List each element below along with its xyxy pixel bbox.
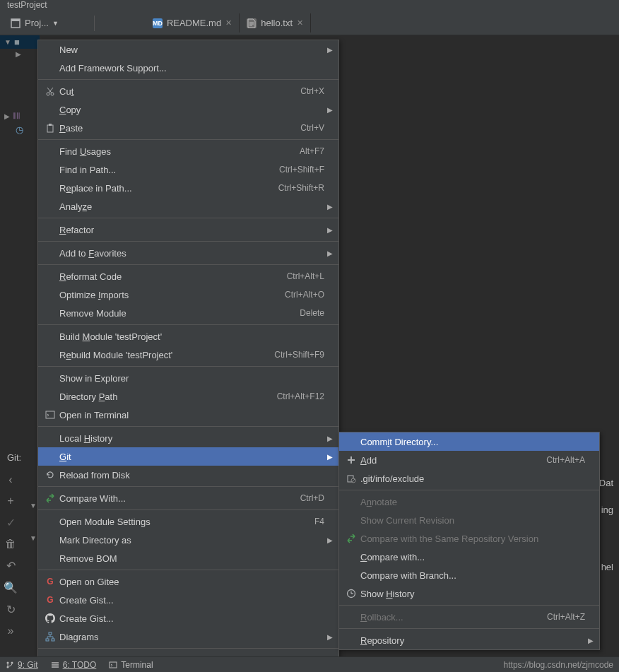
shortcut-label: Ctrl+Shift+F9 xyxy=(274,350,324,360)
diagram-icon xyxy=(44,631,57,642)
terminal-icon xyxy=(44,409,57,420)
search-icon[interactable]: 🔍 xyxy=(4,581,18,594)
menu-separator xyxy=(339,605,599,606)
shortcut-label: Delete xyxy=(300,308,324,318)
watermark-url: https://blog.csdn.net/zjmcode xyxy=(504,660,613,670)
submenu-arrow-icon: ▶ xyxy=(327,435,333,442)
project-dropdown[interactable]: Proj... ▼ xyxy=(4,16,64,31)
menu-separator xyxy=(38,366,338,367)
menu-item-add-to-favorites[interactable]: Add to Favorites▶ xyxy=(38,244,338,262)
menu-item-cut[interactable]: CutCtrl+X xyxy=(38,82,338,100)
menu-separator xyxy=(38,139,338,140)
menu-item-new[interactable]: New▶ xyxy=(38,40,338,59)
menu-item-find-usages[interactable]: Find UsagesAlt+F7 xyxy=(38,142,338,160)
menu-item-add[interactable]: AddCtrl+Alt+A xyxy=(339,451,599,469)
menu-item-remove-module[interactable]: Remove ModuleDelete xyxy=(38,304,338,322)
menu-item-add-framework-support[interactable]: Add Framework Support... xyxy=(38,59,338,77)
status-git[interactable]: 9: Git xyxy=(6,660,38,670)
collapse-arrow-icon[interactable]: ▼ xyxy=(30,534,37,542)
more-icon[interactable]: » xyxy=(8,625,14,637)
compare-icon xyxy=(44,493,57,504)
menu-item-label: Rollback... xyxy=(360,612,547,623)
menu-item-commit-directory[interactable]: Commit Directory... xyxy=(339,432,599,451)
text-file-icon xyxy=(247,18,257,28)
menu-item-open-in-terminal[interactable]: Open in Terminal xyxy=(38,406,338,424)
submenu-arrow-icon: ▶ xyxy=(327,226,333,234)
menu-item-mark-directory-as[interactable]: Mark Directory as▶ xyxy=(38,531,338,549)
context-menu: New▶Add Framework Support...CutCtrl+XCop… xyxy=(37,40,339,670)
menu-item-compare-with-branch[interactable]: Compare with Branch... xyxy=(339,566,599,584)
menu-item-open-module-settings[interactable]: Open Module SettingsF4 xyxy=(38,512,338,531)
menu-item-diagrams[interactable]: Diagrams▶ xyxy=(38,627,338,646)
title-bar: testProject xyxy=(0,0,619,11)
menu-item-repository[interactable]: Repository▶ xyxy=(339,631,599,649)
close-icon[interactable]: ✕ xyxy=(225,18,232,28)
left-gutter: ‹ + ✓ 🗑 ↶ 🔍 ↻ » xyxy=(4,473,18,637)
menu-item-open-on-gitee[interactable]: GOpen on Gitee xyxy=(38,572,338,591)
menu-item-local-history[interactable]: Local History▶ xyxy=(38,429,338,447)
git-panel-label: Git: xyxy=(7,452,21,463)
collapse-arrow-icon[interactable]: ▼ xyxy=(30,502,37,509)
menu-item-git-info-exclude[interactable]: .git/info/exclude xyxy=(339,469,599,488)
target-icon[interactable] xyxy=(66,18,77,29)
menu-item-label: Open in Terminal xyxy=(59,410,324,420)
menu-item-find-in-path[interactable]: Find in Path...Ctrl+Shift+F xyxy=(38,160,338,179)
menu-item-show-in-explorer[interactable]: Show in Explorer xyxy=(38,369,338,387)
refresh-icon[interactable]: ↻ xyxy=(6,603,16,616)
menu-item-create-gist[interactable]: Create Gist... xyxy=(38,609,338,627)
shortcut-label: Alt+F7 xyxy=(300,146,324,156)
svg-point-50 xyxy=(11,661,13,664)
tree-root[interactable]: ▼ ■ xyxy=(0,35,40,49)
menu-item-refactor[interactable]: Refactor▶ xyxy=(38,220,338,239)
tree-item[interactable]: ◷ xyxy=(0,123,40,136)
menu-item-label: Reload from Disk xyxy=(59,470,324,481)
chevron-left-icon[interactable]: ‹ xyxy=(8,473,12,486)
tree-item[interactable]: ▶ ⦀⦀ xyxy=(0,109,40,123)
menu-item-compare-with[interactable]: Compare with... xyxy=(339,548,599,566)
shortcut-label: Ctrl+Alt+O xyxy=(285,290,324,300)
menu-item-show-current-revision: Show Current Revision xyxy=(339,511,599,529)
expand-icon: ▶ xyxy=(16,50,21,58)
menu-item-label: Compare with the Same Repository Version xyxy=(360,534,585,544)
tab-hello[interactable]: hello.txt ✕ xyxy=(240,13,311,33)
menu-item-replace-in-path[interactable]: Replace in Path...Ctrl+Shift+R xyxy=(38,179,338,197)
status-terminal[interactable]: Terminal xyxy=(109,660,153,670)
menu-item-analyze[interactable]: Analyze▶ xyxy=(38,197,338,216)
menu-item-label: Open Module Settings xyxy=(59,517,314,527)
minimize-icon[interactable] xyxy=(112,18,123,29)
close-icon[interactable]: ✕ xyxy=(297,18,303,28)
menu-item-remove-bom[interactable]: Remove BOM xyxy=(38,549,338,567)
trash-icon[interactable]: 🗑 xyxy=(5,538,16,550)
svg-rect-32 xyxy=(49,632,52,635)
menu-item-create-gist[interactable]: GCreate Gist... xyxy=(38,591,338,609)
menu-item-optimize-imports[interactable]: Optimize ImportsCtrl+Alt+O xyxy=(38,285,338,304)
collapse-icon[interactable] xyxy=(78,18,90,29)
menu-item-directory-path[interactable]: Directory PathCtrl+Alt+F12 xyxy=(38,387,338,406)
menu-item-git[interactable]: Git▶ xyxy=(38,447,338,466)
shortcut-label: Ctrl+Alt+F12 xyxy=(277,391,324,401)
menu-item-build-module-testproject[interactable]: Build Module 'testProject' xyxy=(38,327,338,346)
plus-icon[interactable]: + xyxy=(7,495,13,507)
menu-item-paste[interactable]: PasteCtrl+V xyxy=(38,119,338,137)
menu-separator xyxy=(38,426,338,427)
tree-item[interactable]: ▶ xyxy=(0,49,40,59)
menu-item-show-history[interactable]: Show History xyxy=(339,584,599,603)
status-todo[interactable]: 6: TODO xyxy=(51,660,97,670)
shortcut-label: Ctrl+Shift+F xyxy=(279,165,324,175)
menu-separator xyxy=(38,324,338,325)
submenu-arrow-icon: ▶ xyxy=(327,203,333,211)
menu-item-reload-from-disk[interactable]: Reload from Disk xyxy=(38,466,338,484)
gear-icon[interactable] xyxy=(99,18,110,29)
menu-item-label: Commit Directory... xyxy=(360,437,585,447)
menu-item-reformat-code[interactable]: Reformat CodeCtrl+Alt+L xyxy=(38,267,338,285)
menu-item-copy[interactable]: Copy▶ xyxy=(38,100,338,119)
menu-item-label: Git xyxy=(59,452,324,462)
list-icon xyxy=(51,661,59,669)
revert-icon[interactable]: ↶ xyxy=(6,559,16,572)
menu-item-rebuild-module-testproject[interactable]: Rebuild Module 'testProject'Ctrl+Shift+F… xyxy=(38,346,338,364)
menu-item-label: Optimize Imports xyxy=(59,290,285,300)
menu-item-label: Remove Module xyxy=(59,308,300,319)
checkmark-icon[interactable]: ✓ xyxy=(6,516,16,529)
menu-item-compare-with[interactable]: Compare With...Ctrl+D xyxy=(38,489,338,507)
tab-readme[interactable]: MD README.md ✕ xyxy=(146,13,240,33)
